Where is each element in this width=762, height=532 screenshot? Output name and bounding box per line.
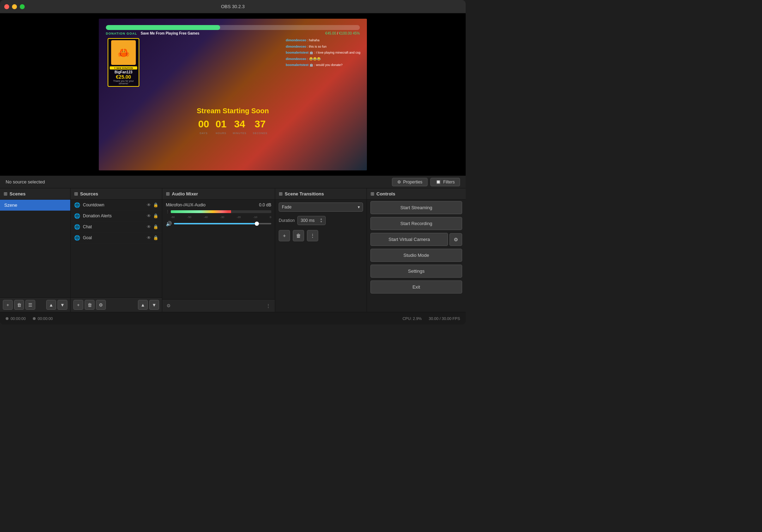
properties-button[interactable]: ⚙ Properties xyxy=(392,178,428,186)
chat-message: boomalertstest 🤖 : I love playing minecr… xyxy=(286,50,363,55)
source-settings-button[interactable]: ⚙ xyxy=(96,300,106,310)
scene-move-down-button[interactable]: ▼ xyxy=(58,300,67,310)
transition-action-row: + 🗑 ⋮ xyxy=(275,228,367,243)
gear-icon: ⚙ xyxy=(454,237,458,242)
transition-menu-button[interactable]: ⋮ xyxy=(307,230,318,241)
filters-button[interactable]: 🔲 Filters xyxy=(430,178,460,186)
globe-icon: 🌐 xyxy=(74,235,80,241)
start-virtual-camera-button[interactable]: Start Virtual Camera xyxy=(370,233,448,246)
remove-source-button[interactable]: 🗑 xyxy=(85,300,95,310)
controls-header: ⊞ Controls xyxy=(367,188,466,200)
scene-move-up-button[interactable]: ▲ xyxy=(46,300,56,310)
audio-icon: ⊞ xyxy=(166,191,170,197)
audio-meter-row: ⋮ xyxy=(166,210,271,213)
countdown-row: 00 DAYS 01 HOURS 34 MINUTES 37 SECONDS xyxy=(99,119,367,135)
duration-row: Duration 300 ms ▲ ▼ xyxy=(275,214,367,228)
stream-status-dot xyxy=(6,317,8,320)
transitions-panel: ⊞ Scene Transitions Fade ▾ Duration 300 … xyxy=(275,188,367,312)
vol-knob xyxy=(255,222,259,226)
visibility-icon[interactable]: 👁 xyxy=(147,202,151,207)
audio-track-name: Mikrofon-/AUX-Audio xyxy=(166,202,206,207)
audio-footer: ⚙ ⋮ xyxy=(162,299,275,312)
meter-fill xyxy=(171,210,231,213)
audio-header: ⊞ Audio Mixer xyxy=(162,188,275,200)
globe-icon: 🌐 xyxy=(74,202,80,208)
fps-label: 30.00 / 30.00 FPS xyxy=(429,316,460,321)
visibility-icon[interactable]: 👁 xyxy=(147,235,151,240)
source-item-donation-alerts[interactable]: 🌐 Donation Alerts 👁 🔒 xyxy=(71,211,162,222)
remove-scene-button[interactable]: 🗑 xyxy=(14,300,24,310)
source-item-chat[interactable]: 🌐 Chat 👁 🔒 xyxy=(71,222,162,232)
new-donation-badge: ✦ NEW DONATION xyxy=(110,66,137,69)
audio-panel: ⊞ Audio Mixer Mikrofon-/AUX-Audio 0.0 dB… xyxy=(162,188,275,312)
transition-select-row: Fade ▾ xyxy=(275,200,367,214)
duration-down-button[interactable]: ▼ xyxy=(320,220,322,223)
duration-input[interactable]: 300 ms ▲ ▼ xyxy=(297,216,326,225)
visibility-icon[interactable]: 👁 xyxy=(147,213,151,218)
source-move-down-button[interactable]: ▼ xyxy=(149,300,159,310)
source-move-up-button[interactable]: ▲ xyxy=(138,300,148,310)
controls-icon: ⊞ xyxy=(370,191,374,197)
visibility-icon[interactable]: 👁 xyxy=(147,224,151,229)
close-button[interactable] xyxy=(4,4,9,9)
add-scene-button[interactable]: + xyxy=(3,300,13,310)
lock-icon[interactable]: 🔒 xyxy=(153,213,158,218)
source-item-countdown[interactable]: 🌐 Countdown 👁 🔒 xyxy=(71,200,162,211)
preview-area: DONATION GOAL Save Me From Playing Free … xyxy=(0,13,466,176)
duration-label: Duration xyxy=(279,218,295,223)
virtual-camera-settings-button[interactable]: ⚙ xyxy=(449,233,462,246)
bottom-bar: 00:00:00 00:00:00 CPU: 2.9% 30.00 / 30.0… xyxy=(0,312,466,325)
titlebar: OBS 30.2.3 xyxy=(0,0,466,13)
sources-footer: + 🗑 ⚙ ▲ ▼ xyxy=(71,297,162,312)
donor-name: BigFan123 xyxy=(110,70,137,74)
record-indicator: 00:00:00 xyxy=(33,316,53,321)
scenes-panel: ⊞ Scenes Szene + 🗑 ☰ ▲ ▼ xyxy=(0,188,71,312)
audio-dots: ⋮ xyxy=(166,210,169,213)
goal-progress-track xyxy=(106,25,360,30)
audio-menu-icon[interactable]: ⋮ xyxy=(265,302,272,310)
lock-icon[interactable]: 🔒 xyxy=(153,235,158,240)
donor-overlay: 🦀 ✦ NEW DONATION BigFan123 €25.00 Thank … xyxy=(108,38,139,87)
mute-icon[interactable]: 🔊 xyxy=(166,221,172,226)
audio-db: 0.0 dB xyxy=(259,202,271,207)
record-time: 00:00:00 xyxy=(38,316,53,321)
lock-icon[interactable]: 🔒 xyxy=(153,224,158,229)
scene-filter-button[interactable]: ☰ xyxy=(25,300,35,310)
chat-message: boomalertstest 🤖 : would you donate? xyxy=(286,63,363,67)
transitions-header: ⊞ Scene Transitions xyxy=(275,188,367,200)
transition-dropdown[interactable]: Fade ▾ xyxy=(279,202,363,212)
audio-labels: -60 -50 -40 -30 -20 -10 0 xyxy=(166,216,271,219)
status-bar: No source selected ⚙ Properties 🔲 Filter… xyxy=(0,176,466,188)
globe-icon: 🌐 xyxy=(74,213,80,219)
studio-mode-button[interactable]: Studio Mode xyxy=(370,249,462,262)
countdown-seconds: 37 SECONDS xyxy=(253,119,268,135)
scenes-icon: ⊞ xyxy=(4,191,7,197)
add-transition-button[interactable]: + xyxy=(279,230,290,241)
donor-thanks: Thank you for your streams! xyxy=(110,80,137,85)
settings-button[interactable]: Settings xyxy=(370,265,462,278)
countdown-minutes: 34 MINUTES xyxy=(233,119,247,135)
donor-avatar: 🦀 xyxy=(111,40,136,65)
scene-item-szene[interactable]: Szene xyxy=(0,200,70,211)
countdown-days: 00 DAYS xyxy=(198,119,209,135)
cpu-label: CPU: 2.9% xyxy=(403,316,422,321)
add-source-button[interactable]: + xyxy=(73,300,83,310)
transitions-icon: ⊞ xyxy=(279,191,283,197)
panels-row: ⊞ Scenes Szene + 🗑 ☰ ▲ ▼ ⊞ Sources 🌐 Cou… xyxy=(0,188,466,312)
maximize-button[interactable] xyxy=(20,4,25,9)
goal-text: Save Me From Playing Free Games xyxy=(141,31,199,35)
start-streaming-button[interactable]: Start Streaming xyxy=(370,201,462,214)
start-recording-button[interactable]: Start Recording xyxy=(370,217,462,230)
audio-settings-icon[interactable]: ⚙ xyxy=(165,302,172,310)
remove-transition-button[interactable]: 🗑 xyxy=(293,230,304,241)
goal-progress-fill xyxy=(106,25,220,30)
exit-button[interactable]: Exit xyxy=(370,280,462,294)
source-item-goal[interactable]: 🌐 Goal 👁 🔒 xyxy=(71,232,162,243)
volume-slider[interactable] xyxy=(174,223,271,224)
minimize-button[interactable] xyxy=(12,4,17,9)
sources-icon: ⊞ xyxy=(74,191,78,197)
lock-icon[interactable]: 🔒 xyxy=(153,202,158,207)
donor-amount: €25.00 xyxy=(110,74,137,80)
gear-icon: ⚙ xyxy=(397,180,401,185)
controls-panel: ⊞ Controls Start Streaming Start Recordi… xyxy=(367,188,466,312)
